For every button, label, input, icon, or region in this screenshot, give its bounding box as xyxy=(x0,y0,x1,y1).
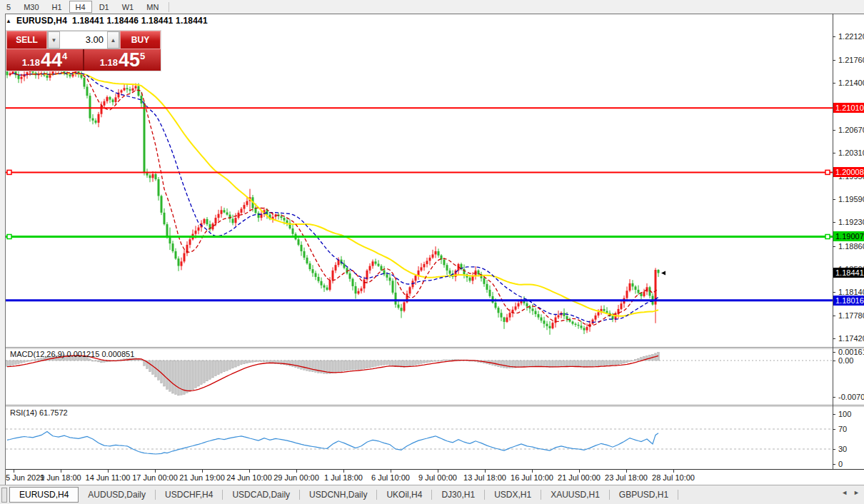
hline-price-label: 1.21010 xyxy=(833,103,864,113)
chart-tab-usdcnh[interactable]: USDCNH,Daily xyxy=(300,488,376,502)
time-axis-label: 13 Jul 18:00 xyxy=(461,473,508,482)
price-axis-tick-label: 1.19590 xyxy=(838,195,864,203)
axis-tick xyxy=(833,316,835,316)
chart-tab-eurusd[interactable]: EURUSD,H4 xyxy=(9,487,79,503)
time-axis-label: 24 Jun 10:00 xyxy=(226,473,273,482)
tab-scroll-grip[interactable] xyxy=(1,488,7,503)
axis-tick xyxy=(833,429,835,430)
axis-tick xyxy=(833,130,835,131)
axis-tick xyxy=(833,246,835,247)
price-chart-pane[interactable] xyxy=(6,26,833,347)
rsi-label: RSI(14) 61.7572 xyxy=(10,408,68,417)
chart-tab-ukoil[interactable]: UKOil,H4 xyxy=(377,488,431,502)
chart-tab-usdcad[interactable]: USDCAD,Daily xyxy=(223,488,299,502)
buy-price-base: 1.18 xyxy=(100,57,118,68)
chart-tab-dj30[interactable]: DJ30,H1 xyxy=(432,488,484,502)
toolbar-separator xyxy=(169,2,169,12)
timeframe-toolbar: 5M30H1H4D1W1MN xyxy=(0,0,864,14)
price-axis-tick-label: 1.17420 xyxy=(838,334,864,343)
rsi-axis-tick-label: 0 xyxy=(838,460,843,468)
time-axis-tick xyxy=(626,470,627,473)
time-axis-tick xyxy=(438,470,438,473)
timeframe-button-5[interactable]: 5 xyxy=(1,1,16,13)
time-axis-tick xyxy=(61,470,61,473)
time-axis-label: 1 Jul 18:00 xyxy=(320,473,367,482)
axis-tick xyxy=(833,414,835,415)
time-axis-label: 28 Jul 10:00 xyxy=(650,473,697,482)
hline-price-label: 1.19007 xyxy=(833,231,864,241)
sell-price-display[interactable]: 1.18444 xyxy=(6,49,83,71)
rsi-pane[interactable] xyxy=(6,407,833,469)
timeframe-button-mn[interactable]: MN xyxy=(141,1,164,13)
tab-scroll-left-icon[interactable]: ◄ xyxy=(841,489,848,496)
price-axis-tick-label: 1.22120 xyxy=(838,32,864,41)
sell-button[interactable]: SELL xyxy=(6,31,47,49)
tab-nav-arrows: ◄ ► xyxy=(841,489,860,496)
time-axis-tick xyxy=(532,470,533,473)
chart-tab-gbpusd[interactable]: GBPUSD,H1 xyxy=(610,488,678,502)
price-axis-tick-label: 1.21400 xyxy=(838,79,864,87)
trade-panel-collapse-icon[interactable]: ▲ xyxy=(6,18,11,24)
buy-price-display[interactable]: 1.18455 xyxy=(84,49,161,71)
chart-tab-usdx[interactable]: USDX,H1 xyxy=(485,488,541,502)
time-axis-label: 17 Jun 00:00 xyxy=(131,473,179,482)
buy-button[interactable]: BUY xyxy=(120,31,161,49)
chart-tab-xauusd[interactable]: XAUUSD,H1 xyxy=(541,488,609,502)
mt5-window: 5M30H1H4D1W1MN ▲ EURUSD,H4 1.18441 1.184… xyxy=(0,0,864,504)
volume-increase-button[interactable]: ▲ xyxy=(107,31,119,49)
timeframe-button-h1[interactable]: H1 xyxy=(46,1,68,13)
chart-tab-audusd[interactable]: AUDUSD,Daily xyxy=(79,488,155,502)
volume-spinner: ▼ 3.00 ▲ xyxy=(47,31,120,49)
volume-input[interactable]: 3.00 xyxy=(60,31,107,49)
chart-symbol-title: EURUSD,H4 xyxy=(16,16,67,26)
price-axis-tick-label: 1.18860 xyxy=(838,242,864,251)
time-axis-label: 21 Jun 19:00 xyxy=(179,473,226,482)
macd-axis-tick-label: -0.007088 xyxy=(838,393,864,401)
time-axis-label: 14 Jun 11:00 xyxy=(84,473,131,482)
tab-scroll-right-icon[interactable]: ► xyxy=(853,489,860,496)
time-axis[interactable]: 5 Jun 20219 Jun 18:0014 Jun 11:0017 Jun … xyxy=(6,470,864,484)
axis-tick xyxy=(833,464,835,465)
time-axis-label: 23 Jul 18:00 xyxy=(603,473,650,482)
chart-tab-bar: EURUSD,H4AUDUSD,DailyUSDCHF,H4USDCAD,Dai… xyxy=(0,485,864,504)
axis-tick xyxy=(833,222,835,223)
axis-tick xyxy=(833,361,835,361)
macd-label: MACD(12,26,9) 0.001215 0.000851 xyxy=(10,350,134,358)
time-axis-tick xyxy=(202,470,203,473)
timeframe-button-h4[interactable]: H4 xyxy=(69,1,92,13)
tab-separator xyxy=(678,490,678,500)
volume-decrease-button[interactable]: ▼ xyxy=(48,31,60,49)
price-axis-tick-label: 1.17780 xyxy=(838,311,864,320)
axis-tick xyxy=(833,449,835,450)
axis-tick xyxy=(833,292,835,293)
time-axis-tick xyxy=(579,470,580,473)
current-price-label: 1.18441 xyxy=(833,268,864,278)
time-axis-label: 16 Jul 10:00 xyxy=(508,473,556,482)
macd-axis-tick-label: 0.00 xyxy=(838,356,853,365)
price-axis-tick-label: 1.20310 xyxy=(838,148,864,157)
time-axis-tick xyxy=(343,470,344,473)
chart-ohlc-values: 1.18441 1.18446 1.18441 1.18441 xyxy=(72,16,208,26)
rsi-axis-tick-label: 30 xyxy=(838,445,847,453)
sell-price-pips: 44 xyxy=(41,50,62,70)
macd-axis-tick-label: 0.00161 xyxy=(838,348,864,356)
time-axis-label: 6 Jul 10:00 xyxy=(367,473,414,482)
price-axis-tick-label: 1.21760 xyxy=(838,56,864,64)
timeframe-button-m30[interactable]: M30 xyxy=(18,1,44,13)
price-axis-tick-label: 1.20670 xyxy=(838,126,864,134)
time-axis-tick xyxy=(673,470,674,473)
time-axis-tick xyxy=(296,470,297,473)
buy-price-pips: 45 xyxy=(119,50,140,70)
axis-tick xyxy=(833,153,835,153)
sell-price-point: 4 xyxy=(62,51,67,61)
time-axis-tick xyxy=(485,470,486,473)
timeframe-button-w1[interactable]: W1 xyxy=(116,1,140,13)
time-axis-label: 29 Jun 00:00 xyxy=(273,473,320,482)
sell-price-base: 1.18 xyxy=(22,57,40,68)
buy-price-point: 5 xyxy=(140,51,145,61)
axis-tick xyxy=(833,60,835,61)
one-click-trade-panel: SELL ▼ 3.00 ▲ BUY 1.18444 1.18455 xyxy=(6,30,161,71)
chart-tab-usdchf[interactable]: USDCHF,H4 xyxy=(156,488,222,502)
price-axis[interactable]: 1.221201.217601.214001.206701.203101.199… xyxy=(833,0,864,504)
timeframe-button-d1[interactable]: D1 xyxy=(94,1,115,13)
